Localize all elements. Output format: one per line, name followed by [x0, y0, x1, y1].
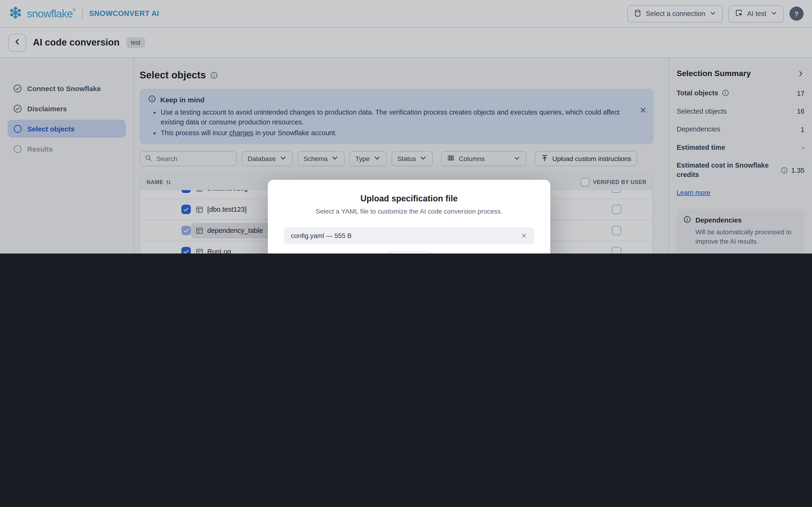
- modal-title: Upload specification file: [268, 194, 550, 204]
- app: snowflake® SNOWCONVERT AI Select a conne…: [0, 0, 812, 253]
- remove-file-icon[interactable]: [521, 232, 527, 239]
- upload-specification-modal: Upload specification file Select a YAML …: [268, 180, 550, 253]
- browse-button[interactable]: Browse: [387, 251, 432, 253]
- uploaded-file-chip: config.yaml — 555 B: [284, 227, 534, 244]
- modal-subtitle: Select a YAML file to customize the AI c…: [268, 208, 550, 215]
- file-chip-label: config.yaml — 555 B: [291, 232, 352, 239]
